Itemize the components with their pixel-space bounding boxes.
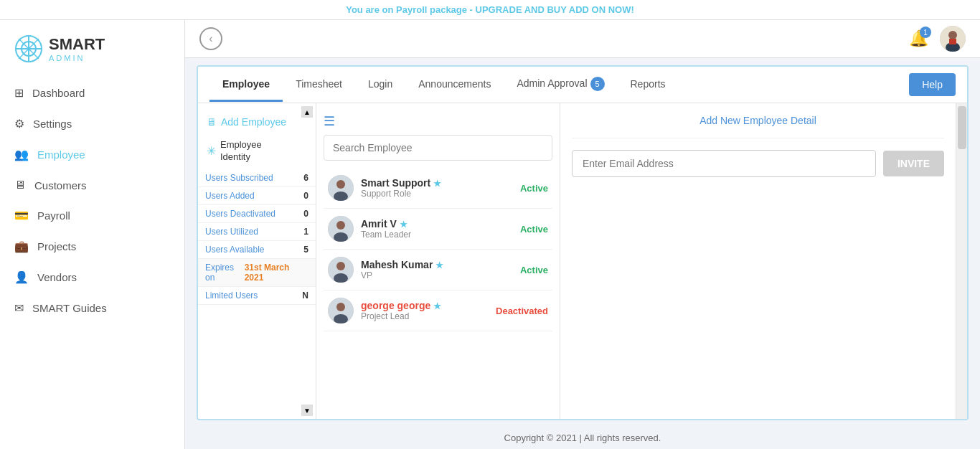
employee-item-amrit-v[interactable]: Amrit V★ Team Leader Active (324, 209, 552, 250)
sidebar-item-label: Dashboard (32, 87, 85, 99)
page-container: EmployeeTimesheetLoginAnnouncementsAdmin… (185, 58, 980, 427)
star-icon: ★ (435, 260, 443, 270)
stat-value: 0 (303, 191, 308, 201)
employee-list: Smart Support★ Support Role Active Amrit… (324, 168, 552, 331)
employee-item-smart-support[interactable]: Smart Support★ Support Role Active (324, 168, 552, 209)
stat-value: 5 (303, 245, 308, 255)
sidebar-item-vendors[interactable]: 👤Vendors (0, 262, 184, 293)
employee-info: george george★ Project Lead (361, 300, 496, 321)
employee-name: Smart Support★ (361, 177, 520, 189)
tab-employee[interactable]: Employee (209, 68, 283, 102)
tab-content: ▲ 🖥 Add Employee ✳ EmployeeIdentity User… (198, 103, 967, 419)
banner-text: You are on Payroll package - UPGRADE AND… (346, 4, 634, 15)
add-new-employee-detail-link[interactable]: Add New Employee Detail (572, 115, 944, 126)
employee-status: Deactivated (496, 306, 548, 316)
right-scrollbar[interactable] (956, 103, 967, 419)
employee-name: Amrit V★ (361, 218, 520, 230)
projects-icon: 💼 (14, 240, 29, 253)
email-address-input[interactable] (572, 150, 876, 177)
svg-point-11 (336, 180, 345, 189)
svg-point-20 (336, 303, 345, 311)
settings-icon: ⚙ (14, 117, 24, 131)
sidebar-item-projects[interactable]: 💼Projects (0, 231, 184, 262)
sidebar-item-settings[interactable]: ⚙Settings (0, 108, 184, 139)
stat-row-users-subscribed: Users Subscribed6 (198, 169, 316, 187)
employee-item-george-george[interactable]: george george★ Project Lead Deactivated (324, 290, 552, 331)
employee-status: Active (520, 265, 548, 275)
scroll-thumb (958, 106, 966, 149)
top-banner: You are on Payroll package - UPGRADE AND… (0, 0, 980, 20)
sidebar-item-customers[interactable]: 🖥Customers (0, 170, 184, 200)
notification-bell[interactable]: 🔔 1 (909, 29, 928, 48)
star-icon: ★ (400, 219, 407, 230)
tab-timesheet[interactable]: Timesheet (283, 68, 355, 102)
hamburger-icon[interactable]: ☰ (324, 110, 552, 135)
stat-label: Users Subscribed (205, 173, 273, 183)
email-row: INVITE (572, 150, 944, 177)
right-panel: Add New Employee Detail INVITE (560, 103, 956, 419)
stat-label: Users Utilized (205, 227, 258, 237)
employee-role: Support Role (361, 189, 520, 199)
help-button[interactable]: Help (909, 73, 956, 96)
employee-avatar (328, 175, 354, 201)
svg-rect-9 (949, 39, 956, 44)
user-avatar[interactable] (940, 26, 966, 52)
tab-label-admin-approval: Admin Approval (517, 77, 587, 89)
employee-avatar (328, 257, 354, 283)
employee-info: Mahesh Kumar★ VP (361, 259, 520, 280)
add-employee-button[interactable]: 🖥 Add Employee (198, 110, 316, 133)
main-card: EmployeeTimesheetLoginAnnouncementsAdmin… (197, 65, 969, 420)
stat-row-users-available: Users Available5 (198, 241, 316, 259)
scroll-down-arrow[interactable]: ▼ (301, 405, 313, 416)
sidebar-item-label: Payroll (37, 209, 70, 222)
employee-item-mahesh-kumar[interactable]: Mahesh Kumar★ VP Active (324, 250, 552, 290)
sidebar-item-label: Customers (34, 179, 87, 192)
logo: SMART ADMIN (0, 27, 184, 77)
star-icon: ★ (433, 301, 441, 311)
svg-point-17 (336, 262, 345, 270)
back-button[interactable]: ‹ (199, 27, 222, 50)
limited-users-row: Limited Users N (198, 287, 316, 305)
sidebar-item-employee[interactable]: 👥Employee (0, 139, 184, 170)
employee-status: Active (520, 224, 548, 235)
employee-identity-item[interactable]: ✳ EmployeeIdentity (198, 133, 316, 169)
tab-admin-approval[interactable]: Admin Approval5 (504, 67, 617, 103)
logo-icon (14, 34, 43, 63)
notification-badge: 1 (920, 27, 931, 38)
employee-icon: 👥 (14, 148, 29, 161)
footer: Copyright © 2021 | All rights reserved. (185, 427, 980, 449)
vendors-icon: 👤 (14, 270, 29, 284)
tab-label-timesheet: Timesheet (296, 78, 342, 90)
scroll-up-arrow[interactable]: ▲ (301, 106, 313, 118)
monitor-icon: 🖥 (207, 116, 217, 128)
search-employee-input[interactable] (324, 135, 552, 161)
employee-name: Mahesh Kumar★ (361, 259, 520, 270)
tab-login[interactable]: Login (355, 68, 405, 102)
employee-name: george george★ (361, 300, 496, 311)
svg-point-14 (336, 221, 345, 230)
sidebar-item-label: Employee (37, 148, 85, 161)
limited-users-label: Limited Users (205, 290, 258, 301)
limited-users-value: N (302, 290, 308, 301)
sidebar-item-label: Projects (37, 240, 76, 252)
tab-badge-admin-approval: 5 (590, 77, 605, 91)
expires-value: 31st March 2021 (245, 263, 308, 283)
add-employee-label: Add Employee (221, 116, 286, 128)
stat-value: 6 (303, 173, 308, 183)
svg-point-7 (948, 31, 957, 39)
employee-avatar (328, 298, 354, 323)
employee-status: Active (520, 183, 548, 194)
sidebar: SMART ADMIN ⊞Dashboard⚙Settings👥Employee… (0, 20, 185, 449)
logo-text: SMART ADMIN (49, 35, 105, 62)
asterisk-icon: ✳ (207, 144, 216, 158)
stat-value: 1 (303, 227, 308, 237)
content-area: ‹ 🔔 1 Employee (185, 20, 980, 449)
stats-container: Users Subscribed6Users Added0Users Deact… (198, 169, 316, 259)
sidebar-item-smart-guides[interactable]: ✉SMART Guides (0, 293, 184, 323)
tab-label-announcements: Announcements (418, 78, 491, 90)
sidebar-item-payroll[interactable]: 💳Payroll (0, 200, 184, 231)
tab-announcements[interactable]: Announcements (405, 68, 504, 102)
sidebar-item-dashboard[interactable]: ⊞Dashboard (0, 77, 184, 108)
tab-reports[interactable]: Reports (618, 68, 679, 102)
invite-button[interactable]: INVITE (883, 151, 944, 176)
